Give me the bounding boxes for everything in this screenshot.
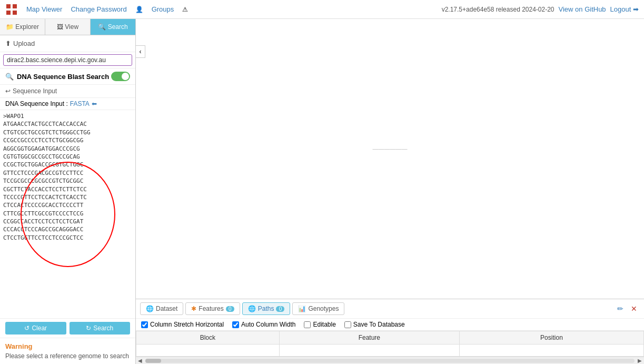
editable-checkbox[interactable] [304, 321, 311, 328]
map-separator: —————— [136, 19, 644, 152]
right-panel: —————— 🌐 Dataset ✱ Features 0 🌐 Paths [136, 19, 644, 364]
fasta-link[interactable]: FASTA [70, 100, 90, 107]
collapse-panel-button[interactable]: ‹ [136, 45, 145, 58]
tab-paths[interactable]: 🌐 Paths 0 [242, 302, 291, 315]
warning-text: Please select a reference genome to sear… [5, 352, 130, 360]
svg-rect-1 [13, 4, 17, 8]
nav-right: v2.17.5+ade64e58 released 2024-02-20 Vie… [442, 5, 639, 13]
version-info: v2.17.5+ade64e58 released 2024-02-20 [442, 6, 554, 13]
col-position: Position [459, 331, 643, 345]
paths-icon: 🌐 [248, 305, 256, 312]
bottom-tab-bar: 🌐 Dataset ✱ Features 0 🌐 Paths 0 📊 Genot… [136, 299, 644, 319]
nav-change-password[interactable]: Change Password [71, 5, 126, 13]
save-db-checkbox[interactable] [344, 321, 351, 328]
tab-dataset[interactable]: 🌐 Dataset [140, 302, 183, 315]
svg-rect-3 [13, 11, 17, 15]
col-feature: Feature [279, 331, 459, 345]
clear-button[interactable]: ↺ Clear [5, 322, 66, 335]
left-tab-bar: 📁 Explorer 🖼 View 🔍 Search [0, 19, 135, 35]
main-layout: 📁 Explorer 🖼 View 🔍 Search ⬆ Upload [0, 19, 644, 364]
nav-groups[interactable]: Groups [152, 5, 174, 13]
action-buttons: ↺ Clear ↻ Search [0, 318, 135, 338]
sequence-input-section: ↩ Sequence Input [0, 85, 135, 98]
bottom-tab-actions: ✏ ✕ [615, 303, 640, 314]
blast-toggle[interactable] [111, 72, 130, 81]
back-arrow-icon[interactable]: ⬅ [92, 100, 97, 107]
scrollbar-thumb[interactable] [145, 359, 161, 363]
close-icon-button[interactable]: ✕ [628, 303, 640, 314]
svg-rect-2 [6, 11, 11, 15]
genotypes-icon: 📊 [298, 305, 306, 312]
tab-explorer[interactable]: 📁 Explorer [0, 19, 45, 35]
auto-col-checkbox-label[interactable]: Auto Column Width [232, 321, 295, 328]
search-button[interactable]: ↻ Search [70, 322, 131, 335]
app-logo[interactable] [5, 3, 18, 16]
tab-features[interactable]: ✱ Features 0 [185, 302, 240, 315]
save-db-checkbox-label[interactable]: Save To Database [344, 321, 405, 328]
view-icon: 🖼 [57, 23, 63, 31]
section-icon: ↩ [5, 87, 11, 95]
map-area: —————— [136, 19, 644, 299]
bottom-panel: 🌐 Dataset ✱ Features 0 🌐 Paths 0 📊 Genot… [136, 299, 644, 364]
blast-search-icon: 🔍 [5, 73, 14, 81]
nav-map-viewer[interactable]: Map Viewer [26, 5, 62, 13]
server-input[interactable] [3, 54, 132, 66]
col-block: Block [136, 331, 280, 345]
warning-section: Warning Please select a reference genome… [0, 338, 135, 364]
server-input-row [0, 52, 135, 68]
view-on-github-link[interactable]: View on GitHub [559, 5, 606, 13]
left-panel: 📁 Explorer 🖼 View 🔍 Search ⬆ Upload [0, 19, 136, 364]
sequence-textarea[interactable]: >WAPO1 ATGAACCTACTGCCTCACCACCAC CTGTCGCT… [0, 110, 135, 318]
table-cell [459, 345, 643, 357]
scroll-left-arrow[interactable]: ◀ [136, 358, 144, 363]
tab-view[interactable]: 🖼 View [45, 19, 91, 35]
checkboxes-row: Column Stretch Horizontal Auto Column Wi… [136, 319, 644, 331]
sequence-area-wrap: >WAPO1 ATGAACCTACTGCCTCACCACCAC CTGTCGCT… [0, 110, 135, 318]
explorer-icon: 📁 [6, 23, 14, 31]
dna-label-row: DNA Sequence Input : FASTA ⬅ [0, 98, 135, 110]
col-stretch-checkbox[interactable] [141, 321, 148, 328]
col-stretch-checkbox-label[interactable]: Column Stretch Horizontal [141, 321, 224, 328]
editable-checkbox-label[interactable]: Editable [304, 321, 335, 328]
upload-icon: ⬆ [5, 40, 11, 47]
warning-title: Warning [5, 342, 130, 350]
table-cell [279, 345, 459, 357]
top-nav: Map Viewer Change Password 👤 Groups ⚠ v2… [0, 0, 644, 19]
edit-icon-button[interactable]: ✏ [615, 303, 626, 314]
blast-title: DNA Sequence Blast Search [17, 73, 111, 81]
search-btn-icon: ↻ [86, 324, 91, 332]
upload-button[interactable]: ⬆ Upload [5, 40, 130, 47]
search-tab-icon: 🔍 [98, 23, 106, 31]
blast-header: 🔍 DNA Sequence Blast Search [0, 68, 135, 85]
scrollbar-track[interactable] [145, 359, 635, 363]
dataset-icon: 🌐 [146, 305, 154, 312]
table-row [136, 345, 644, 357]
tab-genotypes[interactable]: 📊 Genotypes [292, 302, 344, 315]
auto-col-checkbox[interactable] [232, 321, 239, 328]
horizontal-scrollbar[interactable]: ◀ ▶ [136, 357, 644, 364]
features-icon: ✱ [191, 305, 196, 312]
paths-badge: 0 [276, 306, 284, 312]
svg-rect-0 [6, 4, 11, 8]
clear-icon: ↺ [24, 324, 29, 332]
logout-link[interactable]: Logout ➡ [610, 5, 639, 13]
bottom-table: Block Feature Position [136, 331, 644, 357]
upload-row: ⬆ Upload [0, 35, 135, 52]
tab-search[interactable]: 🔍 Search [91, 19, 135, 35]
scroll-right-arrow[interactable]: ▶ [636, 358, 644, 363]
features-badge: 0 [226, 306, 234, 312]
table-cell [136, 345, 280, 357]
